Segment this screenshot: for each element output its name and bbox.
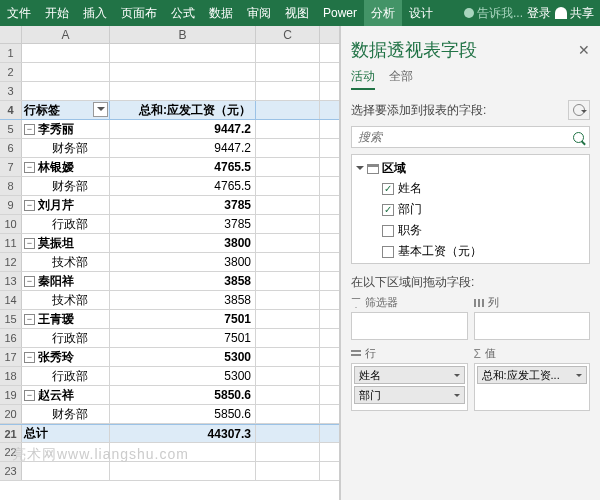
cell[interactable]: −莫振坦 [22,234,110,252]
cell[interactable]: 5300 [110,367,256,385]
search-box[interactable] [351,126,590,148]
subtab-all[interactable]: 全部 [389,68,413,90]
cell[interactable] [256,234,320,252]
collapse-icon[interactable]: − [24,162,35,173]
field-item[interactable]: 职务 [356,220,585,241]
row-header[interactable]: 4 [0,101,22,119]
row-header[interactable]: 19 [0,386,22,404]
cell[interactable]: 7501 [110,310,256,328]
values-dropzone[interactable]: 总和:应发工资... [474,363,591,411]
cell[interactable]: 3858 [110,291,256,309]
cell[interactable] [256,348,320,366]
cell[interactable]: 4765.5 [110,177,256,195]
search-icon[interactable] [567,127,589,147]
row-header[interactable]: 17 [0,348,22,366]
ribbon-tab-view[interactable]: 视图 [278,0,316,26]
cell[interactable] [110,462,256,480]
cell[interactable]: 5300 [110,348,256,366]
cell[interactable]: 行政部 [22,215,110,233]
row-header[interactable]: 1 [0,44,22,62]
cell[interactable] [22,63,110,81]
cell[interactable] [256,443,320,461]
checkbox-icon[interactable] [382,225,394,237]
row-header[interactable]: 11 [0,234,22,252]
cell[interactable] [256,158,320,176]
cell[interactable]: 3785 [110,196,256,214]
cell[interactable]: −赵云祥 [22,386,110,404]
cell[interactable] [22,44,110,62]
dropdown-icon[interactable] [93,102,108,117]
row-header[interactable]: 13 [0,272,22,290]
cell[interactable]: −李秀丽 [22,120,110,138]
row-header[interactable]: 3 [0,82,22,100]
cell[interactable] [256,386,320,404]
col-header-c[interactable]: C [256,26,320,43]
cell[interactable]: −王青瑷 [22,310,110,328]
worksheet[interactable]: A B C 1234行标签总和:应发工资（元）5−李秀丽9447.26财务部94… [0,26,340,500]
cell[interactable] [256,425,320,442]
cell[interactable]: −刘月芹 [22,196,110,214]
row-header[interactable]: 10 [0,215,22,233]
cell[interactable]: −张秀玲 [22,348,110,366]
rows-dropzone[interactable]: 姓名部门 [351,363,468,411]
row-header[interactable]: 18 [0,367,22,385]
collapse-icon[interactable]: − [24,238,35,249]
field-chip[interactable]: 姓名 [354,366,465,384]
cell[interactable] [256,63,320,81]
cell[interactable] [256,215,320,233]
collapse-icon[interactable]: − [24,200,35,211]
cell[interactable] [256,310,320,328]
row-header[interactable]: 15 [0,310,22,328]
cell[interactable] [110,44,256,62]
cell[interactable]: 3858 [110,272,256,290]
tree-root-region[interactable]: 区域 [356,159,585,178]
field-chip[interactable]: 部门 [354,386,465,404]
cell[interactable] [256,405,320,423]
cell[interactable]: 行政部 [22,367,110,385]
field-item[interactable]: ✓姓名 [356,178,585,199]
collapse-icon[interactable]: − [24,314,35,325]
cell[interactable] [256,367,320,385]
field-item[interactable]: ✓部门 [356,199,585,220]
cell[interactable] [256,44,320,62]
row-header[interactable]: 14 [0,291,22,309]
checkbox-icon[interactable] [382,246,394,258]
field-item[interactable]: 基本工资（元） [356,241,585,262]
search-input[interactable] [352,127,567,147]
ribbon-tab-power[interactable]: Power [316,0,364,26]
cell[interactable] [110,63,256,81]
ribbon-tab-layout[interactable]: 页面布 [114,0,164,26]
row-header[interactable]: 21 [0,425,22,442]
ribbon-tab-home[interactable]: 开始 [38,0,76,26]
gear-icon[interactable] [568,100,590,120]
cell[interactable] [256,462,320,480]
ribbon-tab-insert[interactable]: 插入 [76,0,114,26]
cell[interactable] [22,82,110,100]
cell[interactable] [256,101,320,119]
cell[interactable] [22,462,110,480]
cell[interactable]: 5850.6 [110,386,256,404]
field-list[interactable]: 区域 ✓姓名✓部门职务基本工资（元） [351,154,590,264]
collapse-icon[interactable]: − [24,124,35,135]
row-header[interactable]: 12 [0,253,22,271]
ribbon-tab-formula[interactable]: 公式 [164,0,202,26]
row-header[interactable]: 16 [0,329,22,347]
cell[interactable]: 行标签 [22,101,110,119]
cell[interactable]: 技术部 [22,253,110,271]
columns-dropzone[interactable] [474,312,591,340]
col-header-a[interactable]: A [22,26,110,43]
ribbon-tab-design[interactable]: 设计 [402,0,440,26]
share-button[interactable]: 共享 [555,5,594,22]
cell[interactable]: 技术部 [22,291,110,309]
collapse-icon[interactable]: − [24,276,35,287]
cell[interactable]: 9447.2 [110,139,256,157]
cell[interactable] [110,82,256,100]
ribbon-tab-data[interactable]: 数据 [202,0,240,26]
row-header[interactable]: 23 [0,462,22,480]
checkbox-icon[interactable]: ✓ [382,183,394,195]
cell[interactable]: 财务部 [22,405,110,423]
cell[interactable]: 44307.3 [110,425,256,442]
cell[interactable]: 总和:应发工资（元） [110,101,256,119]
collapse-icon[interactable]: − [24,390,35,401]
close-icon[interactable]: ✕ [578,42,590,58]
